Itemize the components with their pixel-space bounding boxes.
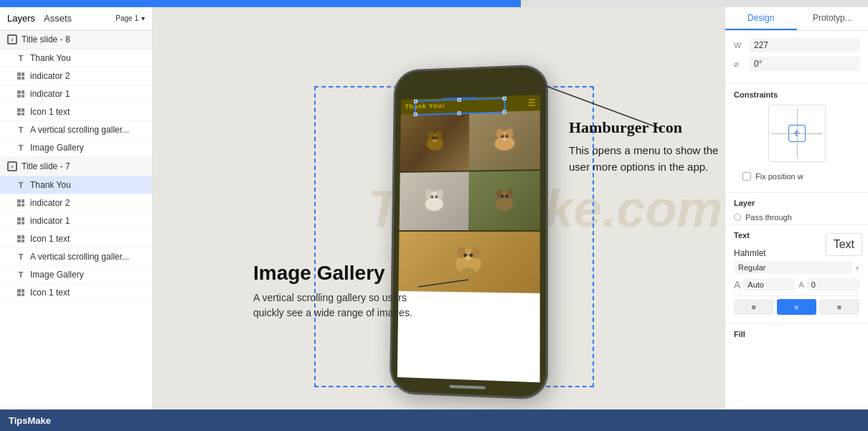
fix-position-row: Fix position w [734, 168, 859, 185]
item-label: Image Gallery [30, 270, 84, 280]
dog-svg-2 [490, 126, 519, 156]
image-row-1 [400, 110, 540, 173]
layer-item-image-gallery-2[interactable]: T Image Gallery [0, 266, 152, 284]
constraints-box: + → [734, 105, 859, 162]
layer-item-icon1text-2[interactable]: Icon 1 text [0, 230, 152, 248]
width-label: W [734, 41, 745, 49]
layer-item-indicator1-1[interactable]: indicator 1 [0, 85, 152, 103]
grid-icon [16, 107, 26, 117]
width-row: W 227 [734, 38, 859, 52]
align-left-button[interactable]: ≡ [734, 299, 774, 315]
text-item-display: Text [826, 233, 862, 256]
item-label: A vertical scrolling galler... [30, 125, 129, 135]
layers-tab[interactable]: Layers [7, 13, 35, 24]
item-label: indicator 1 [30, 216, 70, 226]
text-icon: T [16, 180, 26, 190]
layer-item-indicator2-1[interactable]: indicator 2 [0, 67, 152, 85]
canvas-area[interactable]: TipsMake.com Title sli... 227 × 55.73 [153, 7, 725, 409]
top-bar [0, 0, 868, 7]
dog-svg-3 [420, 187, 448, 216]
font-style-row: Regular ∨ [734, 261, 859, 274]
layer-group-title-slide-8[interactable]: # Title slide - 8 [0, 30, 152, 49]
text-icon: T [16, 125, 26, 135]
align-left-icon: ≡ [752, 303, 756, 311]
auto-value[interactable]: Auto [743, 278, 794, 291]
item-label: Icon 1 text [30, 107, 70, 117]
text-size-row: A Auto A 0 [734, 278, 859, 291]
layer-item-indicator1-2[interactable]: indicator 1 [0, 212, 152, 230]
handle-br [503, 110, 506, 114]
align-center-button[interactable]: ≡ [777, 299, 817, 315]
item-label: indicator 1 [30, 89, 70, 99]
align-center-icon: ≡ [795, 303, 799, 311]
phone-mockup: 227 × 55.73 Thank You! ☰ [390, 65, 547, 394]
svg-point-33 [466, 256, 471, 260]
layer-group-title-slide-7[interactable]: # Title slide - 7 [0, 157, 152, 176]
dimensions-section: W 227 ⌀ 0° [725, 31, 868, 83]
rotation-label: ⌀ [734, 60, 745, 69]
width-value[interactable]: 227 [750, 38, 859, 52]
assets-tab[interactable]: Assets [44, 13, 72, 24]
fix-position-checkbox[interactable] [742, 172, 751, 181]
layer-item-icon1text-3[interactable]: Icon 1 text [0, 284, 152, 302]
frame-icon: # [7, 34, 17, 44]
phone-home-button [449, 385, 485, 389]
constraint-right-arrow: → [817, 130, 824, 137]
prototype-tab[interactable]: Prototyp... [797, 7, 869, 30]
layer-item-vertical-scrolling-1[interactable]: T A vertical scrolling galler... [0, 121, 152, 139]
gallery-title: Image Gallery [253, 262, 425, 285]
handle-tl [414, 100, 418, 103]
grid-icon [16, 198, 26, 208]
annotation-gallery: Image Gallery A vertical scrolling galle… [253, 262, 425, 321]
text-icon: T [16, 143, 26, 153]
dog-svg-5 [450, 244, 486, 280]
handle-bm [458, 111, 461, 115]
align-right-icon: ≡ [837, 303, 841, 311]
group-label: Title slide - 7 [22, 161, 70, 171]
grid-icon [16, 234, 26, 244]
pass-through-label: Pass through [745, 213, 792, 222]
handle-tr [503, 97, 506, 100]
align-right-button[interactable]: ≡ [819, 299, 859, 315]
item-label: indicator 2 [30, 71, 70, 81]
brand-label: TipsMake [9, 415, 51, 426]
grid-icon [16, 71, 26, 81]
font-style[interactable]: Regular [734, 261, 852, 274]
page-label: Page 1 [115, 14, 138, 22]
item-label: A vertical scrolling galler... [30, 252, 129, 262]
auto-item: A Auto [734, 278, 795, 291]
layer-item-indicator2-2[interactable]: indicator 2 [0, 194, 152, 212]
selection-box: 227 × 55.73 [415, 98, 506, 115]
rotation-value[interactable]: 0° [750, 57, 859, 71]
page-selector[interactable]: Page 1 ▾ [115, 14, 145, 22]
pass-through-circle [734, 214, 741, 221]
sidebar-header: Layers Assets Page 1 ▾ [0, 7, 152, 30]
text-icon: T [16, 252, 26, 262]
layer-item-vertical-scrolling-2[interactable]: T A vertical scrolling galler... [0, 248, 152, 266]
layer-item-thank-you-2[interactable]: T Thank You [0, 176, 152, 194]
constraint-arrow-v [797, 108, 798, 158]
layer-section-title: Layer [725, 193, 868, 210]
layer-item-icon1text-1[interactable]: Icon 1 text [0, 103, 152, 121]
layer-item-image-gallery-1[interactable]: T Image Gallery [0, 139, 152, 157]
frame-icon: # [7, 161, 17, 171]
text-icon: T [16, 53, 26, 63]
rotation-row: ⌀ 0° [734, 57, 859, 71]
hamburger-description: This opens a menu to show the user more … [569, 143, 725, 175]
layer-item-thank-you-1[interactable]: T Thank You [0, 49, 152, 67]
pass-through-row: Pass through [725, 210, 868, 224]
handle-tm [458, 98, 461, 102]
constraints-title: Constraints [734, 90, 859, 99]
phone-notch [448, 77, 491, 90]
text-icon: T [16, 270, 26, 280]
bottom-bar: TipsMake [0, 409, 868, 431]
item-label: indicator 2 [30, 198, 70, 208]
dog-svg-4 [489, 186, 518, 215]
item-label: Icon 1 text [30, 234, 70, 244]
zero-value[interactable]: 0 [807, 278, 859, 291]
grid-icon [16, 89, 26, 99]
font-style-dropdown-arrow[interactable]: ∨ [855, 265, 859, 271]
image-row-2 [400, 171, 540, 232]
design-tab[interactable]: Design [725, 7, 797, 30]
dog-image-2 [469, 110, 540, 170]
